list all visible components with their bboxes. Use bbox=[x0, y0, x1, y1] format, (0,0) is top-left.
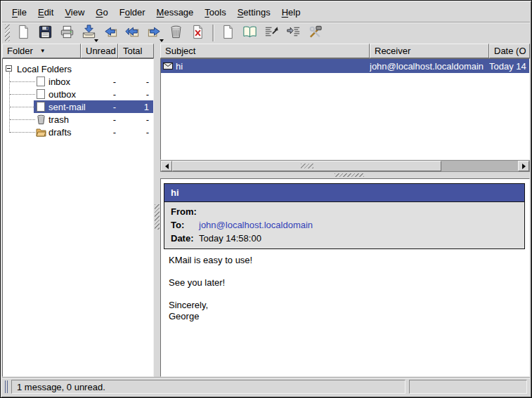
save-icon bbox=[37, 24, 53, 42]
total-column-header[interactable]: Total bbox=[118, 44, 154, 58]
delete-icon bbox=[190, 24, 206, 42]
date-column-label: Date (O bbox=[494, 46, 526, 56]
menu-tools[interactable]: Tools bbox=[199, 4, 231, 20]
find-messages-button[interactable] bbox=[261, 23, 283, 43]
message-subject-title: hi bbox=[164, 184, 524, 201]
horizontal-splitter[interactable] bbox=[160, 172, 530, 178]
scrollbar-thumb[interactable] bbox=[172, 161, 441, 171]
folder-unread-count: - bbox=[88, 114, 116, 125]
toolbar-separator bbox=[212, 25, 214, 41]
menu-settings[interactable]: Settings bbox=[232, 4, 276, 20]
vertical-splitter-grip bbox=[155, 204, 160, 230]
dropdown-arrow-icon bbox=[94, 39, 98, 42]
message-header-box: hi From:To:john@localhost.localdomainDat… bbox=[164, 183, 525, 249]
menu-message[interactable]: Message bbox=[151, 4, 200, 20]
receiver-column-header[interactable]: Receiver bbox=[370, 44, 489, 58]
toolbar-drag-handle[interactable] bbox=[5, 25, 10, 41]
reply-all-button[interactable] bbox=[122, 23, 143, 43]
subject-column-header[interactable]: Subject bbox=[160, 44, 370, 58]
folder-name: sent-mail bbox=[48, 102, 86, 112]
folder-total-count: 1 bbox=[121, 102, 149, 112]
mail-status-icon bbox=[163, 61, 173, 72]
status-message-panel: 1 message, 0 unread. bbox=[11, 380, 406, 394]
print-button[interactable] bbox=[56, 23, 78, 43]
check-mail-button[interactable] bbox=[78, 23, 100, 43]
scroll-left-button[interactable] bbox=[161, 161, 172, 171]
message-row[interactable]: hijohn@localhost.localdomainToday 14 bbox=[161, 59, 529, 73]
configure-button[interactable] bbox=[304, 23, 326, 43]
message-receiver: john@localhost.localdomain bbox=[370, 61, 489, 72]
reply-all-icon bbox=[124, 24, 141, 42]
menu-go[interactable]: Go bbox=[90, 4, 113, 20]
folder-unread-count: - bbox=[88, 127, 116, 138]
message-subject: hi bbox=[176, 61, 183, 72]
header-row-from: From: bbox=[164, 205, 524, 218]
scroll-right-button[interactable] bbox=[518, 161, 529, 171]
message-header-rows: From:To:john@localhost.localdomainDate:T… bbox=[164, 201, 524, 248]
folder-name: drafts bbox=[48, 127, 72, 138]
menubar: FileEditViewGoFolderMessageToolsSettings… bbox=[2, 3, 530, 22]
menu-folder[interactable]: Folder bbox=[114, 4, 151, 20]
folder-column-label: Folder bbox=[7, 46, 33, 56]
move-to-trash-button[interactable] bbox=[165, 23, 187, 43]
body-line bbox=[169, 288, 252, 300]
folder-name: inbox bbox=[48, 77, 70, 87]
tree-line bbox=[10, 132, 35, 133]
arrow-left-icon bbox=[165, 164, 169, 169]
folder-unread-count: - bbox=[88, 102, 116, 112]
statusbar-grip bbox=[5, 380, 8, 393]
header-value-date: Today 14:58:00 bbox=[199, 233, 261, 244]
menu-view[interactable]: View bbox=[59, 4, 90, 20]
reply-button[interactable] bbox=[100, 23, 122, 43]
forward-button[interactable] bbox=[143, 23, 165, 43]
folder-row-inbox[interactable]: inbox-- bbox=[3, 75, 153, 88]
folder-column-header[interactable]: Folder ▼ bbox=[2, 44, 81, 58]
folder-name: trash bbox=[48, 114, 69, 125]
main-area: Folder ▼ Unread Total Local Foldersinbox… bbox=[2, 44, 530, 377]
new-window-button[interactable] bbox=[217, 23, 239, 43]
folder-total-count: - bbox=[121, 89, 149, 100]
menu-edit[interactable]: Edit bbox=[32, 4, 59, 20]
new-message-button[interactable] bbox=[13, 23, 34, 43]
header-label-from: From: bbox=[164, 206, 199, 217]
filter-icon bbox=[285, 24, 301, 42]
address-book-button[interactable] bbox=[239, 23, 261, 43]
statusbar: 1 message, 0 unread. bbox=[2, 377, 530, 396]
minus-glyph bbox=[7, 68, 11, 69]
horizontal-scrollbar[interactable] bbox=[160, 160, 530, 172]
move-to-trash-icon bbox=[168, 24, 184, 42]
folder-row-trash[interactable]: trash-- bbox=[3, 113, 153, 126]
header-row-date: Date:Today 14:58:00 bbox=[164, 232, 524, 245]
header-label-date: Date: bbox=[164, 233, 199, 244]
save-button[interactable] bbox=[34, 23, 56, 43]
folder-row-sent-mail[interactable]: sent-mail-1 bbox=[3, 100, 153, 113]
folder-total-count: - bbox=[121, 77, 149, 87]
new-window-icon bbox=[220, 24, 236, 42]
date-column-header[interactable]: Date (O bbox=[489, 44, 530, 58]
header-row-to: To:john@localhost.localdomain bbox=[164, 218, 524, 232]
scrollbar-track[interactable] bbox=[441, 161, 518, 171]
body-line: See you later! bbox=[169, 277, 252, 288]
total-column-label: Total bbox=[123, 46, 142, 56]
dropdown-arrow-icon bbox=[160, 39, 164, 42]
folder-row-drafts[interactable]: drafts-- bbox=[3, 126, 153, 138]
body-line bbox=[169, 266, 252, 277]
menu-file[interactable]: File bbox=[6, 4, 32, 20]
folder-row-outbox[interactable]: outbox-- bbox=[3, 88, 153, 100]
folder-total-count: - bbox=[121, 127, 149, 138]
unread-column-header[interactable]: Unread bbox=[81, 44, 118, 58]
delete-button[interactable] bbox=[187, 23, 209, 43]
folder-root-label: Local Folders bbox=[17, 64, 72, 74]
collapse-expander-icon[interactable] bbox=[6, 65, 12, 72]
email-link[interactable]: john@localhost.localdomain bbox=[199, 220, 313, 230]
unread-column-label: Unread bbox=[86, 46, 116, 56]
folder-pane-header: Folder ▼ Unread Total bbox=[2, 44, 154, 58]
filter-button[interactable] bbox=[283, 23, 304, 43]
menu-help[interactable]: Help bbox=[276, 4, 306, 20]
message-date: Today 14 bbox=[489, 61, 529, 72]
message-body: KMail is easy to use! See you later! Sin… bbox=[169, 255, 252, 322]
right-pane: Subject Receiver Date (O hijohn@localhos… bbox=[160, 44, 530, 377]
vertical-splitter[interactable] bbox=[154, 44, 160, 377]
folder-row-local-folders[interactable]: Local Folders bbox=[3, 62, 153, 75]
find-messages-icon bbox=[264, 24, 280, 42]
